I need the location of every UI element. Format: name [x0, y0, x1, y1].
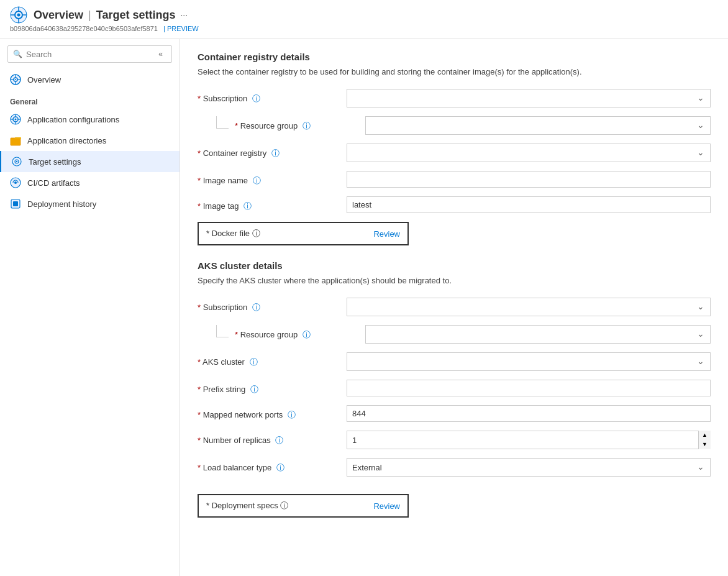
num-replicas-info-icon[interactable]: ⓘ [275, 436, 283, 445]
sidebar-cicd-label: CI/CD artifacts [27, 178, 80, 188]
prefix-string-input[interactable] [347, 380, 711, 396]
folder-icon [10, 135, 21, 146]
header-subtitle: Target settings [96, 9, 176, 22]
container-registry-section: Container registry details Select the co… [198, 52, 711, 245]
resource-group-select-aks[interactable] [365, 325, 711, 344]
container-registry-row: * Container registry ⓘ [198, 144, 711, 162]
target-settings-icon [11, 156, 22, 167]
main-layout: 🔍 « Overview General Application configu… [0, 39, 728, 576]
mapped-ports-text: Mapped network ports [203, 410, 283, 419]
aks-cluster-info-icon[interactable]: ⓘ [250, 357, 258, 367]
container-registry-select[interactable] [347, 144, 711, 162]
sidebar-item-cicd[interactable]: CI/CD artifacts [0, 172, 180, 193]
load-balancer-row: * Load balancer type ⓘ External Internal [198, 458, 711, 477]
app-config-icon [10, 114, 21, 125]
deployment-specs-text: Deployment specs [212, 501, 278, 510]
aks-cluster-section: AKS cluster details Specify the AKS clus… [198, 260, 711, 518]
resource-group-select-cr[interactable] [365, 116, 711, 135]
mapped-ports-info-icon[interactable]: ⓘ [288, 410, 296, 419]
header-id-text: b09806da640638a295278e040c9b6503afef5871 [10, 25, 158, 32]
docker-file-info-icon[interactable]: ⓘ [252, 229, 260, 238]
image-name-row: * Image name ⓘ [198, 171, 711, 188]
container-registry-label: * Container registry ⓘ [198, 144, 347, 159]
header-more-button[interactable]: ··· [180, 10, 188, 20]
load-balancer-select[interactable]: External Internal [347, 458, 711, 477]
num-replicas-input[interactable] [347, 431, 711, 449]
search-input[interactable] [26, 50, 155, 59]
sidebar-item-overview[interactable]: Overview [0, 69, 180, 90]
sidebar-section-general: General [0, 90, 180, 109]
sidebar-item-app-dirs[interactable]: Application directories [0, 130, 180, 151]
mapped-ports-label: * Mapped network ports ⓘ [198, 405, 347, 421]
subscription-select-aks[interactable] [347, 298, 711, 316]
load-balancer-text: Load balancer type [203, 463, 272, 472]
image-name-control [347, 171, 711, 188]
image-name-input[interactable] [347, 171, 711, 188]
subscription-row-aks: * Subscription ⓘ [198, 298, 711, 316]
aks-cluster-row: * AKS cluster ⓘ [198, 352, 711, 371]
indent-line-aks [216, 325, 229, 337]
image-tag-input[interactable] [347, 196, 711, 213]
sidebar-target-settings-label: Target settings [29, 157, 81, 167]
deploy-history-icon [10, 198, 21, 209]
subscription-label-aks: * Subscription ⓘ [198, 298, 347, 313]
header-id-row: b09806da640638a295278e040c9b6503afef5871… [10, 25, 199, 32]
sidebar-app-dirs-label: Application directories [27, 136, 106, 145]
search-icon: 🔍 [13, 50, 22, 58]
subscription-label-cr: * Subscription ⓘ [198, 89, 347, 104]
mapped-ports-input[interactable] [347, 405, 711, 422]
prefix-string-row: * Prefix string ⓘ [198, 380, 711, 396]
subscription-row-cr: * Subscription ⓘ [198, 89, 711, 107]
docker-file-label: * Docker file ⓘ [206, 228, 260, 239]
docker-file-row: * Docker file ⓘ Review [198, 222, 711, 245]
collapse-sidebar-button[interactable]: « [155, 48, 166, 60]
subscription-info-icon-aks[interactable]: ⓘ [252, 303, 260, 312]
load-balancer-label: * Load balancer type ⓘ [198, 458, 347, 473]
aks-cluster-text: AKS cluster [202, 357, 245, 367]
docker-file-review-link[interactable]: Review [373, 229, 400, 239]
resource-group-info-icon-cr[interactable]: ⓘ [303, 121, 311, 130]
docker-file-box: * Docker file ⓘ Review [198, 222, 409, 245]
docker-file-text: Docker file [212, 229, 250, 238]
svg-point-25 [16, 161, 17, 162]
main-content: Container registry details Select the co… [180, 39, 728, 576]
load-balancer-info-icon[interactable]: ⓘ [276, 463, 284, 472]
sidebar: 🔍 « Overview General Application configu… [0, 39, 180, 576]
image-tag-row: * Image tag ⓘ [198, 196, 711, 213]
sidebar-item-target-settings[interactable]: Target settings [0, 151, 180, 172]
aks-cluster-desc: Specify the AKS cluster where the applic… [198, 276, 711, 285]
resource-group-label-aks: * Resource group ⓘ [235, 325, 365, 341]
num-replicas-row: * Number of replicas ⓘ ▲ ▼ [198, 431, 711, 449]
app-logo [10, 6, 27, 24]
svg-rect-21 [11, 138, 20, 145]
resource-group-info-icon-aks[interactable]: ⓘ [303, 330, 311, 339]
sidebar-item-deploy-history[interactable]: Deployment history [0, 193, 180, 214]
svg-point-16 [15, 119, 17, 121]
deployment-specs-info-icon[interactable]: ⓘ [280, 501, 288, 510]
resource-group-control-cr [365, 116, 711, 135]
image-tag-info-icon[interactable]: ⓘ [243, 201, 252, 211]
sidebar-item-app-config[interactable]: Application configurations [0, 109, 180, 130]
sidebar-overview-label: Overview [27, 75, 61, 85]
resource-group-text-cr: Resource group [240, 121, 298, 130]
resource-group-row-cr: * Resource group ⓘ [198, 116, 711, 135]
cicd-icon [10, 177, 21, 188]
prefix-string-control [347, 380, 711, 396]
aks-cluster-control [347, 352, 711, 371]
prefix-string-text: Prefix string [203, 385, 246, 394]
num-replicas-decrement[interactable]: ▼ [698, 440, 711, 449]
resource-group-label-cr: * Resource group ⓘ [235, 116, 365, 132]
num-replicas-increment[interactable]: ▲ [698, 431, 711, 440]
subscription-select-cr[interactable] [347, 89, 711, 107]
prefix-string-info-icon[interactable]: ⓘ [250, 385, 258, 394]
subscription-info-icon-cr[interactable]: ⓘ [252, 94, 260, 103]
subscription-control-aks [347, 298, 711, 316]
image-tag-label: * Image tag ⓘ [198, 196, 347, 212]
image-name-info-icon[interactable]: ⓘ [253, 176, 261, 185]
container-registry-info-icon[interactable]: ⓘ [271, 149, 280, 158]
mapped-ports-row: * Mapped network ports ⓘ [198, 405, 711, 422]
deployment-specs-review-link[interactable]: Review [373, 501, 400, 511]
subscription-text-cr: Subscription [203, 94, 248, 103]
aks-cluster-select[interactable] [347, 352, 711, 371]
deployment-specs-box: * Deployment specs ⓘ Review [198, 494, 409, 518]
